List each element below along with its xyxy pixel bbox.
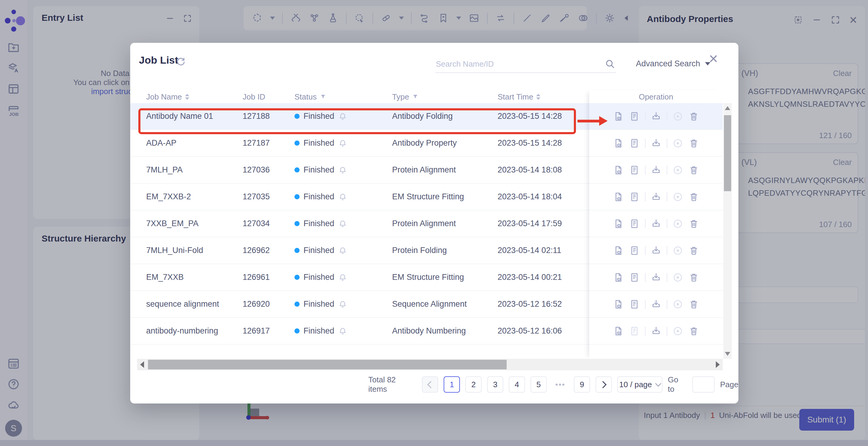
stop-icon <box>673 165 683 176</box>
page-ellipsis[interactable]: ••• <box>552 376 568 393</box>
sort-icon[interactable] <box>185 94 189 100</box>
horizontal-scrollbar[interactable] <box>137 359 723 370</box>
view-result-icon[interactable] <box>613 218 624 229</box>
goto-label: Go to <box>668 375 687 394</box>
report-icon[interactable] <box>629 218 640 229</box>
modal-title: Job List <box>139 54 178 66</box>
report-icon[interactable] <box>629 191 640 202</box>
search-input[interactable] <box>435 57 599 71</box>
view-result-icon[interactable] <box>613 299 624 310</box>
view-result-icon[interactable] <box>613 272 624 283</box>
view-result-icon[interactable] <box>613 165 624 176</box>
next-page-button[interactable] <box>595 376 612 393</box>
download-icon[interactable] <box>651 165 661 176</box>
status-cell: Finished <box>294 264 347 290</box>
report-icon[interactable] <box>629 245 640 256</box>
job-id-cell: 127035 <box>243 184 270 210</box>
page-button-5[interactable]: 5 <box>530 376 547 393</box>
header-job-name[interactable]: Job Name <box>146 90 189 103</box>
page-button-2[interactable]: 2 <box>465 376 482 393</box>
notify-bell-icon[interactable] <box>338 273 347 282</box>
start-time-cell: 2023-05-14 18:08 <box>498 157 562 183</box>
operation-cell <box>589 210 723 237</box>
view-result-icon[interactable] <box>613 111 624 122</box>
delete-icon[interactable] <box>688 218 699 229</box>
filter-icon[interactable] <box>320 93 327 100</box>
search-icon[interactable] <box>604 59 615 69</box>
scroll-up-icon[interactable] <box>725 106 730 110</box>
status-cell: Finished <box>294 184 347 210</box>
job-type-cell: Antibody Numbering <box>392 318 466 344</box>
delete-icon[interactable] <box>688 272 699 283</box>
goto-page-input[interactable] <box>692 376 715 393</box>
notify-bell-icon[interactable] <box>338 246 347 255</box>
download-icon[interactable] <box>651 111 661 122</box>
delete-icon[interactable] <box>688 111 699 122</box>
scroll-left-icon[interactable] <box>140 361 144 368</box>
vertical-scrollbar[interactable] <box>723 103 732 359</box>
header-type[interactable]: Type <box>392 90 418 103</box>
start-time-cell: 2023-05-14 02:11 <box>498 237 561 264</box>
download-icon[interactable] <box>651 138 661 149</box>
notify-bell-icon[interactable] <box>338 139 347 148</box>
delete-icon[interactable] <box>688 245 699 256</box>
status-cell: Finished <box>294 237 347 264</box>
header-status[interactable]: Status <box>294 90 327 103</box>
report-icon[interactable] <box>629 299 640 310</box>
notify-bell-icon[interactable] <box>338 166 347 175</box>
view-result-icon[interactable] <box>613 326 624 336</box>
report-icon[interactable] <box>629 111 640 122</box>
prev-page-button[interactable] <box>422 376 438 393</box>
scroll-right-icon[interactable] <box>716 361 720 368</box>
download-icon[interactable] <box>651 191 661 202</box>
close-icon[interactable]: × <box>709 51 718 66</box>
advanced-search-button[interactable]: Advanced Search <box>636 59 710 68</box>
download-icon[interactable] <box>651 218 661 229</box>
notify-bell-icon[interactable] <box>338 327 347 336</box>
view-result-icon[interactable] <box>613 191 624 202</box>
view-result-icon[interactable] <box>613 245 624 256</box>
divider <box>667 300 667 309</box>
stop-icon <box>673 272 683 283</box>
view-result-icon[interactable] <box>613 138 624 149</box>
refresh-icon[interactable] <box>176 57 186 67</box>
scrollbar-thumb[interactable] <box>148 360 507 369</box>
status-dot-icon <box>294 248 300 253</box>
pagination: Total 82 items 1 2 3 4 5 ••• 9 10 / page… <box>368 376 738 393</box>
notify-bell-icon[interactable] <box>338 219 347 228</box>
notify-bell-icon[interactable] <box>338 300 347 309</box>
page-button-1[interactable]: 1 <box>444 376 460 393</box>
divider <box>645 192 646 202</box>
start-time-cell: 2023-05-12 16:52 <box>498 291 562 317</box>
download-icon[interactable] <box>651 299 661 310</box>
report-icon[interactable] <box>629 165 640 176</box>
page-button-4[interactable]: 4 <box>509 376 525 393</box>
notify-bell-icon[interactable] <box>338 192 347 202</box>
job-id-cell: 127034 <box>243 210 270 237</box>
header-start-time[interactable]: Start Time <box>498 90 540 103</box>
delete-icon[interactable] <box>688 165 699 176</box>
operation-cell <box>589 264 723 291</box>
download-icon[interactable] <box>651 326 661 336</box>
download-icon[interactable] <box>651 245 661 256</box>
divider <box>645 300 646 309</box>
delete-icon[interactable] <box>688 326 699 336</box>
filter-icon[interactable] <box>412 93 418 100</box>
page-size-select[interactable]: 10 / page <box>617 376 662 393</box>
stop-icon <box>673 191 683 202</box>
report-icon[interactable] <box>629 138 640 149</box>
divider <box>645 166 646 175</box>
scroll-down-icon[interactable] <box>725 352 730 356</box>
sort-icon[interactable] <box>536 94 540 100</box>
page-button-3[interactable]: 3 <box>487 376 503 393</box>
report-icon[interactable] <box>629 272 640 283</box>
delete-icon[interactable] <box>688 299 699 310</box>
delete-icon[interactable] <box>688 138 699 149</box>
job-type-cell: Sequence Alignment <box>392 291 467 317</box>
delete-icon[interactable] <box>688 191 699 202</box>
start-time-cell: 2023-05-14 00:21 <box>498 264 562 290</box>
download-icon[interactable] <box>651 272 661 283</box>
page-button-9[interactable]: 9 <box>574 376 590 393</box>
scrollbar-thumb[interactable] <box>724 115 731 191</box>
divider <box>645 139 646 148</box>
